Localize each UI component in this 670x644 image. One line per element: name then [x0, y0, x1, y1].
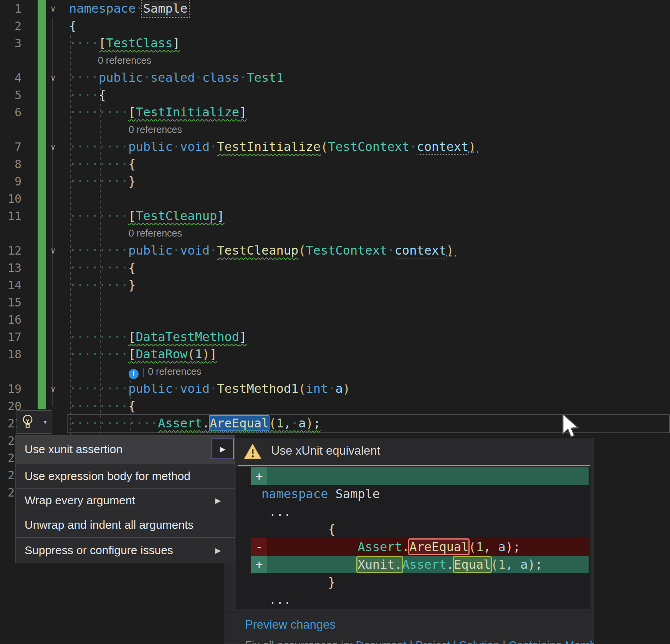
fix-all-scope-link[interactable]: Project — [415, 639, 450, 644]
line-number: 2 — [0, 17, 22, 35]
code-line[interactable]: 19∨········public·void·TestMethod1(int·a… — [0, 380, 670, 397]
code-token: ········ — [69, 381, 128, 396]
code-text: ····public·sealed·class·Test1 — [69, 69, 284, 86]
code-line[interactable]: 3····[TestClass] — [0, 35, 670, 52]
line-number: 3 — [0, 35, 22, 52]
code-token: { — [128, 157, 136, 171]
code-token: . — [202, 416, 210, 430]
diff-code-text: namespace Sample — [261, 485, 380, 503]
code-token: DataTestMethod — [136, 329, 239, 344]
fold-chevron-icon[interactable]: ∨ — [48, 380, 58, 397]
preview-header: Use xUnit equivalent — [224, 438, 594, 465]
code-line[interactable]: 4∨····public·sealed·class·Test1 — [0, 69, 670, 86]
line-number: 17 — [0, 328, 22, 346]
code-token: · — [136, 1, 143, 16]
code-token: Assert — [357, 540, 402, 554]
code-line[interactable]: 1∨namespace·Sample — [0, 0, 670, 17]
code-token: Assert — [158, 416, 202, 430]
code-line[interactable]: 8········{ — [0, 156, 670, 173]
code-token: ········ — [69, 260, 128, 275]
codelens-text: 0 references — [129, 121, 182, 138]
codelens-row[interactable]: !|0 references — [0, 363, 670, 380]
code-token: a — [336, 381, 343, 396]
diff-line-removed: - Assert.AreEqual(1, a); — [236, 538, 590, 556]
code-token: ) — [343, 381, 350, 396]
fold-chevron-icon[interactable]: ∨ — [48, 69, 58, 86]
code-token: AreEqual — [210, 416, 269, 430]
preview-changes-link[interactable]: Preview changes — [245, 618, 336, 632]
lightbulb-icon[interactable] — [20, 414, 35, 430]
code-line[interactable]: 20········{ — [0, 397, 670, 415]
codelens-row[interactable]: 0 references — [0, 52, 670, 69]
code-token: ( — [491, 557, 498, 572]
codelens-row[interactable]: 0 references — [0, 121, 670, 138]
code-token: ); — [506, 540, 521, 554]
line-number: 12 — [0, 242, 22, 259]
code-line[interactable]: 11········[TestCleanup] — [0, 207, 670, 225]
code-line[interactable]: 16 — [0, 311, 670, 328]
code-line[interactable]: 5····{ — [0, 86, 670, 104]
code-token: public — [128, 243, 173, 258]
codelens-row[interactable]: 0 references — [0, 225, 670, 242]
fix-all-occurrences-row[interactable]: Fix all occurrences in: Document | Proje… — [245, 639, 594, 644]
codelens-text: !|0 references — [129, 363, 201, 380]
code-token: ) — [202, 347, 210, 361]
code-line[interactable]: 9········} — [0, 173, 670, 190]
code-token: TestCleanup — [136, 209, 217, 223]
code-line[interactable]: 18········[DataRow(1)] — [0, 346, 670, 363]
fold-chevron-icon[interactable]: ∨ — [48, 138, 58, 156]
code-token: ... — [261, 504, 291, 519]
menu-item[interactable]: Unwrap and indent all arguments — [16, 512, 235, 537]
code-token: Xunit. — [357, 557, 402, 572]
suggestion-info-icon[interactable]: ! — [129, 369, 139, 379]
code-token: Test1 — [246, 70, 283, 85]
code-token: a — [498, 540, 506, 554]
code-token: ] — [239, 329, 246, 344]
code-line[interactable]: 12∨········public·void·TestCleanup(TestC… — [0, 242, 670, 259]
code-token: ); — [528, 557, 543, 572]
code-text: ········[DataTestMethod] — [69, 328, 246, 346]
code-token: context — [417, 139, 468, 155]
menu-item[interactable]: Suppress or configure issues▶ — [16, 538, 235, 563]
code-line[interactable]: 17········[DataTestMethod] — [0, 328, 670, 346]
code-line[interactable]: 10 — [0, 190, 670, 207]
code-token: TestInitialize — [136, 105, 239, 119]
code-text: ········[DataRow(1)] — [69, 346, 217, 363]
code-token: ( — [298, 243, 306, 258]
code-line[interactable]: 14········} — [0, 276, 670, 294]
menu-item[interactable]: Use expression body for method — [16, 464, 235, 488]
quick-actions-lightbulb[interactable]: ▼ — [17, 410, 51, 434]
code-line[interactable]: 13········{ — [0, 259, 670, 276]
diff-line-context: } — [236, 573, 590, 591]
fix-all-scope-link[interactable]: Solution — [459, 639, 500, 644]
code-token: · — [387, 243, 394, 258]
submenu-arrow-icon[interactable]: ▶ — [215, 546, 221, 555]
codelens-text: 0 references — [129, 225, 182, 242]
code-text: ········public·void·TestMethod1(int·a) — [69, 380, 350, 397]
preview-title: Use xUnit equivalent — [271, 438, 380, 464]
code-token: ; — [313, 416, 321, 430]
code-token: { — [99, 88, 106, 102]
code-line[interactable]: 15 — [0, 294, 670, 311]
code-token: DataRow — [136, 347, 187, 361]
code-token: int — [306, 381, 328, 396]
code-token: a — [520, 557, 528, 572]
fold-chevron-icon[interactable]: ∨ — [48, 0, 58, 17]
menu-item[interactable]: Wrap every argument▶ — [16, 489, 235, 512]
code-line[interactable]: 2{ — [0, 17, 670, 35]
code-token: ] — [239, 105, 246, 119]
line-number: 16 — [0, 311, 22, 328]
code-token: ········ — [69, 329, 128, 344]
fix-all-scope-link[interactable]: Containing Member — [509, 639, 594, 644]
menu-item[interactable]: Use xunit assertion▶ — [16, 435, 235, 463]
code-token: ] — [217, 209, 224, 223]
submenu-arrow-icon[interactable]: ▶ — [215, 496, 221, 505]
code-line[interactable]: 6········[TestInitialize] — [0, 104, 670, 121]
code-line[interactable]: 7∨········public·void·TestInitialize(Tes… — [0, 138, 670, 156]
lightbulb-dropdown-chevron-icon[interactable]: ▼ — [43, 419, 48, 425]
fold-chevron-icon[interactable]: ∨ — [48, 242, 58, 259]
submenu-arrow-icon[interactable]: ▶ — [212, 439, 234, 459]
code-token: . — [447, 557, 454, 572]
fix-all-scope-link[interactable]: Document — [356, 639, 407, 644]
line-number: 8 — [0, 156, 22, 173]
